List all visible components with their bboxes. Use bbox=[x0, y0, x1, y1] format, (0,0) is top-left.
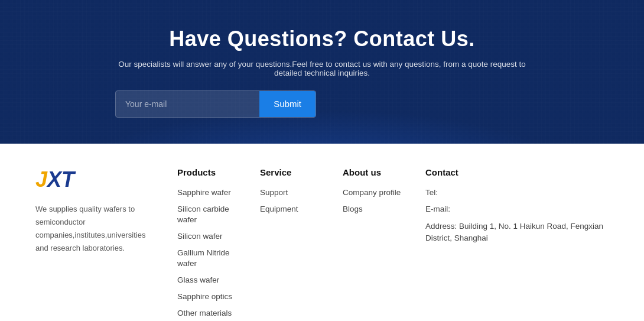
contact-address: Address: Building 1, No. 1 Haikun Road, … bbox=[425, 221, 609, 245]
list-item: Equipment bbox=[260, 203, 331, 214]
footer-col-contact: Contact Tel: E-mail: Address: Building 1… bbox=[425, 167, 609, 321]
service-link-support[interactable]: Support bbox=[260, 188, 288, 197]
product-link-other-materials[interactable]: Other materials bbox=[177, 309, 232, 317]
footer-columns: Products Sapphire wafer Silicon carbide … bbox=[177, 167, 609, 321]
service-heading: Service bbox=[260, 167, 331, 177]
list-item: Blogs bbox=[343, 203, 414, 214]
list-item: Company profile bbox=[343, 187, 414, 197]
about-heading: About us bbox=[343, 167, 414, 177]
service-list: Support Equipment bbox=[260, 187, 331, 214]
list-item: Other materials bbox=[177, 307, 248, 318]
list-item: Glass wafer bbox=[177, 274, 248, 285]
footer-brand: J XT We supplies quality wafers to semic… bbox=[35, 167, 154, 321]
logo-j: J bbox=[35, 167, 47, 192]
hero-title: Have Questions? Contact Us. bbox=[115, 27, 529, 51]
about-list: Company profile Blogs bbox=[343, 187, 414, 214]
contact-heading: Contact bbox=[425, 167, 609, 177]
list-item: Support bbox=[260, 187, 331, 197]
footer-col-products: Products Sapphire wafer Silicon carbide … bbox=[177, 167, 248, 321]
about-link-company-profile[interactable]: Company profile bbox=[343, 188, 401, 197]
contact-info: Tel: E-mail: Address: Building 1, No. 1 … bbox=[425, 187, 609, 244]
products-heading: Products bbox=[177, 167, 248, 177]
product-link-silicon-wafer[interactable]: Silicon wafer bbox=[177, 232, 223, 241]
list-item: Sapphire wafer bbox=[177, 187, 248, 197]
hero-content: Have Questions? Contact Us. Our speciali… bbox=[103, 27, 541, 118]
hero-subtitle: Our specialists will answer any of your … bbox=[115, 60, 529, 77]
submit-button[interactable]: Submit bbox=[259, 91, 316, 117]
product-link-gallium-nitride-wafer[interactable]: Gallium Nitride wafer bbox=[177, 248, 230, 268]
list-item: Silicon carbide wafer bbox=[177, 203, 248, 225]
list-item: Gallium Nitride wafer bbox=[177, 247, 248, 268]
hero-section: Have Questions? Contact Us. Our speciali… bbox=[0, 0, 644, 144]
logo-xt: XT bbox=[47, 167, 74, 192]
brand-description: We supplies quality wafers to semiconduc… bbox=[35, 203, 142, 255]
contact-tel: Tel: bbox=[425, 187, 609, 199]
product-link-silicon-carbide-wafer[interactable]: Silicon carbide wafer bbox=[177, 205, 229, 224]
contact-form: Submit bbox=[115, 90, 316, 118]
list-item: Sapphire optics bbox=[177, 291, 248, 301]
product-link-glass-wafer[interactable]: Glass wafer bbox=[177, 275, 219, 284]
product-link-sapphire-optics[interactable]: Sapphire optics bbox=[177, 292, 232, 301]
product-link-sapphire-wafer[interactable]: Sapphire wafer bbox=[177, 188, 231, 197]
contact-email: E-mail: bbox=[425, 203, 609, 215]
logo: J XT bbox=[35, 167, 154, 192]
footer-main: J XT We supplies quality wafers to semic… bbox=[0, 144, 644, 321]
footer-col-about: About us Company profile Blogs bbox=[343, 167, 414, 321]
about-link-blogs[interactable]: Blogs bbox=[343, 205, 363, 213]
list-item: Silicon wafer bbox=[177, 231, 248, 241]
footer-col-service: Service Support Equipment bbox=[260, 167, 331, 321]
products-list: Sapphire wafer Silicon carbide wafer Sil… bbox=[177, 187, 248, 318]
email-input[interactable] bbox=[116, 91, 259, 117]
service-link-equipment[interactable]: Equipment bbox=[260, 205, 298, 213]
